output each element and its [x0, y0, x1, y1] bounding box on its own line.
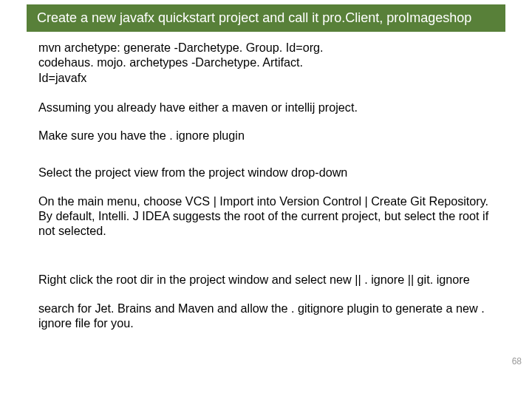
slide-title-text: Create a new javafx quickstart project a…: [37, 10, 471, 25]
paragraph-project-view: Select the project view from the project…: [38, 165, 494, 180]
paragraph-mvn-command: mvn archetype: generate -Darchetype. Gro…: [38, 40, 349, 85]
paragraph-assuming: Assuming you already have either a maven…: [38, 100, 494, 115]
paragraph-vcs-import: On the main menu, choose VCS | Import in…: [38, 194, 494, 239]
slide-body: mvn archetype: generate -Darchetype. Gro…: [38, 40, 494, 384]
slide: Create a new javafx quickstart project a…: [0, 0, 532, 399]
slide-title-bar: Create a new javafx quickstart project a…: [27, 4, 505, 32]
paragraph-search-jetbrains: search for Jet. Brains and Maven and all…: [38, 301, 494, 331]
paragraph-ignore-plugin: Make sure you have the . ignore plugin: [38, 128, 494, 143]
paragraph-right-click: Right click the root dir in the project …: [38, 272, 494, 287]
page-number: 68: [512, 356, 522, 366]
